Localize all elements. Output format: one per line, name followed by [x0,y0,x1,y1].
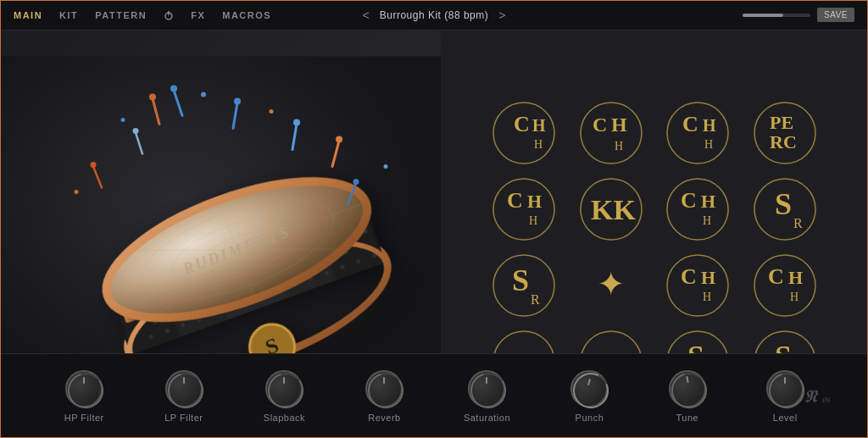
knob-control-reverb: Reverb [365,370,403,423]
lp-filter-knob[interactable] [165,370,203,408]
svg-text:S: S [512,263,529,297]
lp-filter-label: LP Filter [164,413,203,423]
svg-text:R: R [793,216,803,230]
instrument-cell-perc[interactable]: PE RC [746,99,825,167]
nav-power [164,10,174,20]
svg-text:H: H [701,191,715,212]
svg-point-104 [91,162,97,168]
punch-knob[interactable] [570,370,608,408]
svg-text:C: C [593,114,607,136]
nav-bar: MAIN KIT PATTERN FX MACROS < Burrough Ki… [0,0,868,30]
svg-point-96 [149,94,156,101]
svg-point-125 [493,179,554,240]
save-button[interactable]: SAVE [817,8,854,22]
instrument-cell-ch5[interactable]: C H H [659,175,737,243]
svg-text:H: H [790,291,798,303]
svg-text:✦: ✦ [597,265,626,302]
instrument-cell-kk1[interactable]: KK [572,175,651,243]
svg-text:C: C [514,112,530,136]
svg-point-102 [353,179,359,185]
instrument-cell-ch6[interactable]: C H H [659,252,737,319]
instrument-emblem-sn2: S R [490,252,558,319]
knob-control-hp-filter: HP Filter [64,370,104,423]
nav-item-pattern[interactable]: PATTERN [95,10,147,20]
instrument-emblem-ch6: C H H [664,252,732,319]
progress-bar-fill [743,14,783,17]
instrument-emblem-kk1: KK [577,175,645,243]
knob-control-tune: Tune [669,370,706,423]
knob-control-punch: Punch [570,370,608,423]
svg-text:C: C [768,264,784,289]
svg-point-109 [75,190,79,194]
saturation-label: Saturation [464,413,510,423]
progress-bar [743,14,810,17]
tune-label: Tune [676,413,698,423]
nav-item-macros[interactable]: MACROS [222,10,271,20]
nav-item-fx[interactable]: FX [191,10,205,20]
svg-text:H: H [703,291,711,303]
svg-text:𝔑: 𝔑 [804,387,819,406]
svg-text:S: S [775,187,792,221]
instrument-cell-ch2[interactable]: C H H [572,99,651,167]
hp-filter-label: HP Filter [64,413,104,423]
level-label: Level [773,413,798,423]
instrument-emblem-sn1: S R [751,175,819,243]
knob-control-level: Level [766,370,804,423]
instrument-emblem-ch1: C H H [490,99,558,167]
instrument-cell-star[interactable]: ✦ [572,252,651,319]
svg-text:H: H [788,267,803,288]
instrument-emblem-perc: PE RC [751,99,819,167]
knob-control-slapback: Slapback [264,370,305,423]
svg-text:PE: PE [770,112,793,133]
svg-point-92 [234,98,241,105]
svg-point-100 [133,128,139,134]
instrument-cell-ch4[interactable]: C H H [485,175,564,243]
svg-text:H: H [532,116,546,135]
knob-control-lp-filter: LP Filter [164,370,203,423]
svg-point-94 [293,119,300,126]
svg-point-90 [170,86,177,92]
level-knob[interactable] [766,370,804,408]
instrument-emblem-ch4: C H H [490,175,558,243]
instrument-emblem-ch7: C H H [751,252,819,319]
brand-logo-icon: 𝔑 𝔬𝔰 [800,384,843,409]
bottom-controls: HP Filter LP Filter Slapback Reverb [0,353,868,438]
reverb-label: Reverb [368,413,400,423]
svg-point-106 [270,109,274,114]
instrument-emblem-ch5: C H H [664,175,732,243]
svg-point-98 [336,136,342,143]
svg-text:C: C [682,112,698,136]
svg-text:R: R [531,292,540,307]
instrument-emblem-star: ✦ [577,252,645,319]
reverb-knob[interactable] [365,370,403,408]
punch-label: Punch [576,413,604,423]
nav-item-kit[interactable]: KIT [59,10,78,20]
nav-title: Burrough Kit (88 bpm) [380,9,489,21]
svg-point-146 [754,255,815,316]
instrument-cell-ch1[interactable]: C H H [485,99,564,167]
nav-right: SAVE [743,8,854,22]
svg-point-142 [667,255,728,316]
svg-text:H: H [701,267,715,288]
nav-prev-button[interactable]: < [363,8,370,22]
hp-filter-knob[interactable] [65,370,103,408]
nav-items: MAIN KIT PATTERN FX MACROS [14,10,271,20]
instrument-cell-sn1[interactable]: S R [746,175,825,243]
nav-center: < Burrough Kit (88 bpm) > [363,8,506,22]
svg-text:KK: KK [591,194,636,225]
saturation-knob[interactable] [468,370,505,408]
svg-point-107 [121,118,125,122]
instrument-cell-sn2[interactable]: S R [485,252,564,319]
instrument-cell-ch7[interactable]: C H H [746,252,825,319]
instrument-cell-ch3[interactable]: C H H [659,99,737,167]
svg-text:H: H [529,214,537,227]
instrument-grid: C H H C H H C H H [485,99,824,370]
svg-point-131 [667,179,728,240]
nav-next-button[interactable]: > [498,8,505,22]
slapback-knob[interactable] [265,370,303,408]
nav-item-main[interactable]: MAIN [14,10,42,20]
power-icon [164,10,174,20]
svg-text:C: C [681,264,697,289]
svg-text:𝔬𝔰: 𝔬𝔰 [821,393,831,405]
tune-knob[interactable] [669,370,706,408]
